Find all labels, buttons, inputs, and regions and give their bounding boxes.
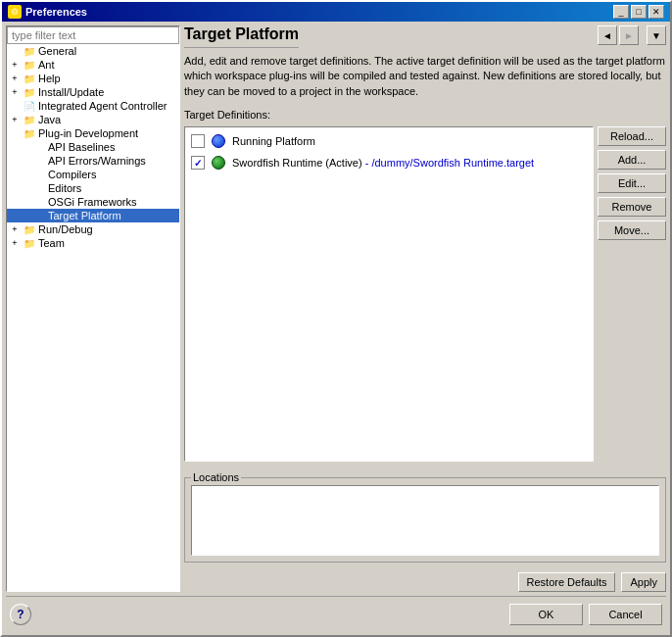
help-button[interactable]: ?	[10, 604, 31, 625]
expand-icon-api-errors	[34, 155, 46, 167]
sidebar-item-label-iac: Integrated Agent Controller	[38, 100, 167, 112]
sidebar-item-api-baselines[interactable]: API Baselines	[7, 140, 179, 154]
folder-icon-java: 📁	[23, 114, 36, 125]
sidebar-item-install-update[interactable]: + 📁 Install/Update	[7, 85, 179, 99]
sidebar-item-target-platform[interactable]: Target Platform	[7, 209, 179, 222]
sidebar-item-label-java: Java	[38, 114, 61, 125]
folder-icon-general: 📁	[23, 45, 36, 57]
expand-icon-java: +	[9, 114, 21, 125]
folder-icon-help: 📁	[23, 73, 36, 84]
sidebar-item-label-run-debug: Run/Debug	[38, 223, 93, 235]
folder-icon-install-update: 📁	[23, 86, 36, 98]
folder-icon-plugin-development: 📁	[23, 127, 36, 139]
expand-icon-general: ⁧	[9, 45, 21, 57]
sidebar-item-team[interactable]: + 📁 Team	[7, 236, 179, 250]
expand-icon-team: +	[9, 237, 21, 249]
folder-icon-team: 📁	[23, 237, 36, 249]
edit-button[interactable]: Edit...	[598, 173, 666, 193]
sidebar-item-label-ant: Ant	[38, 59, 55, 71]
sidebar-item-compilers[interactable]: Compilers	[7, 168, 179, 181]
expand-icon-compilers	[34, 169, 46, 180]
move-button[interactable]: Move...	[598, 220, 666, 240]
bottom-right-buttons: OK Cancel	[509, 604, 662, 625]
sidebar-item-api-errors-warnings[interactable]: API Errors/Warnings	[7, 154, 179, 168]
swordfish-icon-circle	[212, 156, 225, 170]
folder-icon-run-debug: 📁	[23, 223, 36, 235]
folder-icon-iac: 📄	[23, 100, 36, 112]
sidebar-item-label-compilers: Compilers	[48, 169, 97, 180]
right-panel: Target Platform ◄ ► ▼ Add,	[184, 25, 666, 592]
folder-icon-ant: 📁	[23, 59, 36, 71]
sidebar-item-plugin-development[interactable]: ⁧ 📁 Plug-in Development	[7, 126, 179, 140]
sidebar-item-label-plugin-development: Plug-in Development	[38, 127, 138, 139]
left-panel: ⁧ 📁 General + 📁 Ant + 📁 Help	[6, 25, 180, 592]
main-area: ⁧ 📁 General + 📁 Ant + 📁 Help	[6, 25, 666, 592]
preferences-window: ⚙ Preferences _ □ ✕ ⁧ 📁 General	[0, 0, 672, 637]
swordfish-platform-icon	[211, 155, 226, 171]
sidebar-item-osgi-frameworks[interactable]: OSGi Frameworks	[7, 195, 179, 209]
expand-icon-help: +	[9, 73, 21, 84]
expand-icon-ant: +	[9, 59, 21, 71]
window-icon: ⚙	[8, 5, 22, 19]
expand-icon-plugin-development: ⁧	[9, 127, 21, 139]
page-header-row: Target Platform ◄ ► ▼	[184, 25, 666, 48]
sidebar-item-label-osgi: OSGi Frameworks	[48, 196, 136, 208]
maximize-button[interactable]: □	[631, 5, 647, 19]
add-button[interactable]: Add...	[598, 150, 666, 170]
sidebar-item-label-api-baselines: API Baselines	[48, 141, 115, 153]
sidebar-item-label-api-errors: API Errors/Warnings	[48, 155, 146, 167]
expand-icon-editors	[34, 182, 46, 194]
sidebar-item-ant[interactable]: + 📁 Ant	[7, 58, 179, 72]
sidebar-item-run-debug[interactable]: + 📁 Run/Debug	[7, 222, 179, 236]
swordfish-name: Swordfish Runtime (Active)	[232, 157, 362, 169]
expand-icon-run-debug: +	[9, 223, 21, 235]
definitions-area: Running Platform ✓ Swordfish Runtime	[184, 126, 594, 462]
back-button[interactable]: ◄	[598, 25, 617, 45]
tree-container: ⁧ 📁 General + 📁 Ant + 📁 Help	[7, 44, 179, 591]
restore-apply-row: Restore Defaults Apply	[184, 572, 666, 592]
window-title: Preferences	[25, 6, 87, 18]
swordfish-active-path[interactable]: - /dummy/Swordfish Runtime.target	[362, 157, 534, 169]
sidebar-item-label-target-platform: Target Platform	[48, 210, 121, 221]
filter-input[interactable]	[7, 26, 179, 44]
window-content: ⁧ 📁 General + 📁 Ant + 📁 Help	[2, 22, 670, 635]
apply-button[interactable]: Apply	[621, 572, 666, 592]
sidebar-item-label-help: Help	[38, 73, 61, 84]
forward-icon: ►	[624, 30, 634, 41]
running-platform-label: Running Platform	[232, 135, 315, 147]
remove-button[interactable]: Remove	[598, 197, 666, 217]
running-platform-checkbox[interactable]	[191, 134, 205, 148]
minimize-button[interactable]: _	[613, 5, 629, 19]
swordfish-runtime-checkbox[interactable]: ✓	[191, 156, 205, 170]
definitions-section-label: Target Definitions:	[184, 109, 666, 121]
close-button[interactable]: ✕	[648, 5, 664, 19]
expand-icon-api-baselines	[34, 141, 46, 153]
expand-icon-iac	[9, 100, 21, 112]
page-description: Add, edit and remove target definitions.…	[184, 54, 666, 99]
expand-icon-osgi	[34, 196, 46, 208]
sidebar-item-integrated-agent-controller[interactable]: 📄 Integrated Agent Controller	[7, 99, 179, 113]
sidebar-item-label-general: General	[38, 45, 76, 57]
sidebar-item-help[interactable]: + 📁 Help	[7, 72, 179, 85]
sidebar-item-java[interactable]: + 📁 Java	[7, 113, 179, 126]
ok-button[interactable]: OK	[509, 604, 583, 625]
sidebar-item-general[interactable]: ⁧ 📁 General	[7, 44, 179, 58]
menu-icon: ▼	[651, 30, 661, 41]
locations-fieldset: Locations	[184, 471, 666, 563]
bottom-bar: ? OK Cancel	[6, 596, 666, 631]
definitions-with-buttons: Running Platform ✓ Swordfish Runtime	[184, 126, 666, 462]
restore-defaults-button[interactable]: Restore Defaults	[518, 572, 616, 592]
sidebar-item-label-install-update: Install/Update	[38, 86, 104, 98]
reload-button[interactable]: Reload...	[598, 126, 666, 146]
sidebar-item-label-editors: Editors	[48, 182, 81, 194]
cancel-button[interactable]: Cancel	[589, 604, 662, 625]
definition-row-swordfish: ✓ Swordfish Runtime (Active) - /dummy/Sw…	[189, 153, 589, 172]
menu-button[interactable]: ▼	[647, 25, 666, 45]
swordfish-runtime-label: Swordfish Runtime (Active) - /dummy/Swor…	[232, 157, 534, 169]
sidebar-item-label-team: Team	[38, 237, 65, 249]
running-platform-icon	[211, 133, 226, 149]
sidebar-item-editors[interactable]: Editors	[7, 181, 179, 195]
title-bar: ⚙ Preferences _ □ ✕	[2, 2, 670, 22]
page-title: Target Platform	[184, 25, 299, 48]
forward-button[interactable]: ►	[619, 25, 639, 45]
